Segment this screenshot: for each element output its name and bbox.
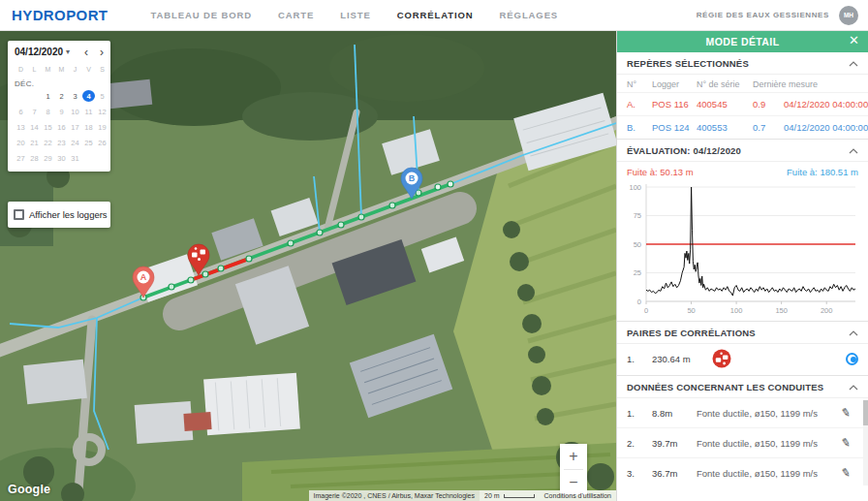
nav-item-liste[interactable]: LISTE <box>340 10 370 20</box>
nav-item-tableau-de-bord[interactable]: TABLEAU DE BORD <box>150 10 252 20</box>
edit-pencil-icon[interactable]: ✎ <box>840 435 852 451</box>
map-canvas[interactable]: A B 04/12/2020 ▾ <box>0 31 616 501</box>
app-logo[interactable]: HYDROPORT <box>12 7 108 23</box>
map-attribution: Imagerie ©2020 , CNES / Airbus, Maxar Te… <box>309 490 617 501</box>
calendar-day[interactable]: 16 <box>55 121 68 133</box>
conduite-length: 8.8m <box>652 408 697 419</box>
calendar-day[interactable]: 1 <box>42 90 54 102</box>
calendar-day[interactable]: 7 <box>28 106 41 117</box>
calendar-day[interactable]: 26 <box>96 137 108 148</box>
pair-radio-selected[interactable] <box>846 353 858 365</box>
conduite-length: 39.7m <box>652 438 697 449</box>
calendar-day[interactable]: 12 <box>96 106 108 117</box>
calendar-prev-icon[interactable]: ‹ <box>84 47 88 57</box>
calendar-day[interactable]: 31 <box>69 152 81 164</box>
conduite-row: 1.8.8mFonte ductile, ø150, 1199 m/s✎ <box>617 398 868 427</box>
calendar-day[interactable]: 15 <box>42 121 54 133</box>
caret-down-icon[interactable]: ▾ <box>66 47 70 56</box>
pair-distance: 230.64 m <box>652 354 712 364</box>
section-paires-header[interactable]: PAIRES DE CORRÉLATIONS <box>617 321 868 344</box>
calendar-day <box>15 90 27 102</box>
calendar-day[interactable]: 21 <box>28 137 41 148</box>
calendar-day[interactable]: 2 <box>55 90 68 102</box>
calendar-day[interactable]: 10 <box>69 106 81 117</box>
calendar-day[interactable]: 20 <box>15 137 27 148</box>
scale-label: 20 m <box>484 492 500 499</box>
correlation-chart: 0255075100050100150200 <box>623 179 863 319</box>
calendar-day[interactable]: 22 <box>42 137 54 148</box>
calendar-day[interactable]: 6 <box>15 106 27 117</box>
section-paires: PAIRES DE CORRÉLATIONS 1. 230.64 m <box>617 321 868 375</box>
repere-logger: POS 124 <box>652 122 697 133</box>
section-conduites-header[interactable]: DONNÉES CONCERNANT LES CONDUITES <box>617 375 868 398</box>
section-evaluation-header[interactable]: ÉVALUATION: 04/12/2020 <box>617 139 868 162</box>
conduite-row: 3.36.7mFonte ductile, ø150, 1199 m/s✎ <box>617 457 868 487</box>
calendar-day[interactable]: 5 <box>96 90 108 102</box>
zoom-in-button[interactable]: + <box>560 444 587 469</box>
edit-pencil-icon[interactable]: ✎ <box>840 465 852 481</box>
detail-panel: MODE DÉTAIL ✕ REPÈRES SÉLECTIONNÉS N° Lo… <box>616 31 868 501</box>
repere-serial: 400545 <box>697 99 753 110</box>
scale-bar <box>504 494 535 498</box>
conduite-row: 2.39.7mFonte ductile, ø150, 1199 m/s✎ <box>617 427 868 457</box>
section-title: DONNÉES CONCERNANT LES CONDUITES <box>627 382 823 392</box>
date-picker-value[interactable]: 04/12/2020 <box>15 47 63 57</box>
chevron-up-icon[interactable] <box>849 385 858 391</box>
section-reperes: REPÈRES SÉLECTIONNÉS N° Logger N° de sér… <box>617 52 868 139</box>
repere-row[interactable]: A.POS 1164005450.904/12/2020 04:00:00 <box>617 92 868 115</box>
calendar-day[interactable]: 25 <box>82 137 95 148</box>
nav-item-corr-lation[interactable]: CORRÉLATION <box>397 10 474 20</box>
calendar-day[interactable]: 24 <box>69 137 81 148</box>
show-loggers-checkbox[interactable] <box>14 209 24 220</box>
nav-item-r-glages[interactable]: RÉGLAGES <box>500 10 559 20</box>
chevron-up-icon[interactable] <box>849 61 858 67</box>
terms-link[interactable]: Conditions d'utilisation <box>540 490 616 501</box>
logger-toggle-card: Afficher les loggers <box>8 202 110 228</box>
calendar-day[interactable]: 3 <box>69 90 81 102</box>
leak-labels: Fuite à: 50.13 m Fuite à: 180.51 m <box>617 162 868 177</box>
col-logger: Logger <box>652 79 697 89</box>
calendar-day[interactable]: 4 <box>82 90 95 102</box>
calendar-day[interactable]: 9 <box>55 106 68 117</box>
calendar-day[interactable]: 13 <box>15 121 27 133</box>
calendar-day[interactable]: 14 <box>28 121 41 133</box>
section-title: REPÈRES SÉLECTIONNÉS <box>627 58 749 69</box>
svg-text:50: 50 <box>687 306 695 315</box>
repere-id: A. <box>627 99 652 110</box>
svg-text:50: 50 <box>633 240 640 249</box>
avatar[interactable]: MH <box>839 6 858 25</box>
section-reperes-header[interactable]: REPÈRES SÉLECTIONNÉS <box>617 52 868 75</box>
svg-text:150: 150 <box>775 306 788 315</box>
top-nav: TABLEAU DE BORDCARTELISTECORRÉLATIONRÉGL… <box>150 10 558 20</box>
calendar-day[interactable]: 28 <box>28 152 41 164</box>
conduite-desc: Fonte ductile, ø150, 1199 m/s <box>697 408 841 419</box>
calendar-day[interactable]: 8 <box>42 106 54 117</box>
calendar-day[interactable]: 30 <box>55 152 68 164</box>
day-of-week: M <box>55 63 68 75</box>
scrollbar-thumb[interactable] <box>863 400 868 425</box>
calendar-day-headers: DLMMJVS <box>15 63 104 75</box>
calendar-day[interactable]: 18 <box>82 121 95 133</box>
section-title: ÉVALUATION: 04/12/2020 <box>627 145 741 156</box>
google-logo[interactable]: Google <box>8 483 50 496</box>
close-icon[interactable]: ✕ <box>849 33 859 47</box>
calendar-day[interactable]: 27 <box>15 152 27 164</box>
nav-item-carte[interactable]: CARTE <box>278 10 314 20</box>
repere-value: 0.7 <box>753 122 784 133</box>
svg-text:75: 75 <box>633 211 640 220</box>
section-title: PAIRES DE CORRÉLATIONS <box>627 328 756 338</box>
scrollbar[interactable] <box>863 400 868 485</box>
edit-pencil-icon[interactable]: ✎ <box>840 405 852 421</box>
calendar-day[interactable]: 19 <box>96 121 108 133</box>
chevron-up-icon[interactable] <box>849 330 858 336</box>
repere-row[interactable]: B.POS 1244005530.704/12/2020 04:00:00 <box>617 115 868 139</box>
calendar-day[interactable]: 29 <box>42 152 54 164</box>
correlation-pair-row[interactable]: 1. 230.64 m <box>617 344 868 375</box>
svg-text:0: 0 <box>643 306 647 315</box>
calendar-day[interactable]: 17 <box>69 121 81 133</box>
svg-text:25: 25 <box>633 268 640 277</box>
chevron-up-icon[interactable] <box>849 148 858 154</box>
calendar-next-icon[interactable]: › <box>100 47 104 57</box>
calendar-day[interactable]: 11 <box>82 106 95 117</box>
calendar-day[interactable]: 23 <box>55 137 68 148</box>
